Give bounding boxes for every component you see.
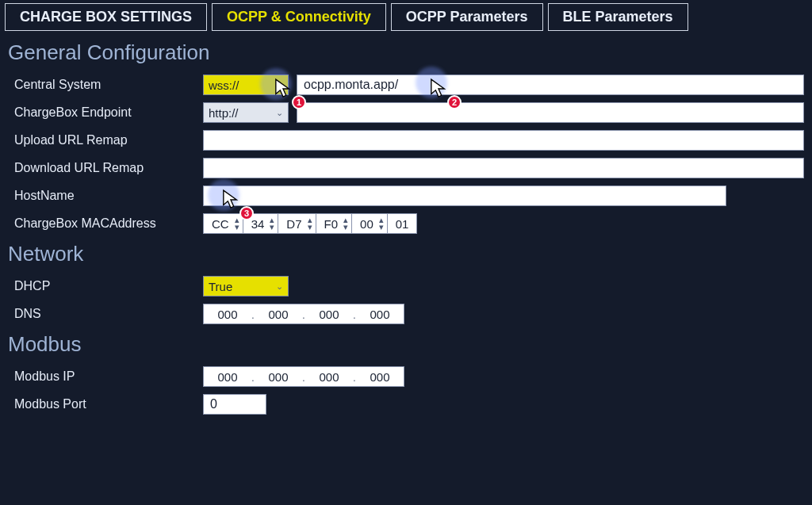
label-modbus-port: Modbus Port xyxy=(8,397,203,411)
label-dns: DNS xyxy=(8,307,203,321)
tab-charge-box-settings[interactable]: CHARGE BOX SETTINGS xyxy=(5,3,207,31)
tab-ble-parameters[interactable]: BLE Parameters xyxy=(548,3,688,31)
label-central-system: Central System xyxy=(8,78,203,92)
label-chargebox-endpoint: ChargeBox Endpoint xyxy=(8,105,203,120)
chargebox-endpoint-url-input[interactable] xyxy=(297,102,804,123)
row-modbus-port: Modbus Port xyxy=(8,392,804,416)
hostname-input[interactable] xyxy=(203,186,726,206)
label-download-url-remap: Download URL Remap xyxy=(8,161,203,175)
chargebox-endpoint-scheme-value: http:// xyxy=(209,106,239,120)
chargebox-endpoint-scheme-select[interactable]: http:// ⌄ xyxy=(203,102,289,123)
row-modbus-ip: Modbus IP 000. 000. 000. 000 xyxy=(8,365,804,388)
upload-url-remap-input[interactable] xyxy=(203,130,804,151)
label-dhcp: DHCP xyxy=(8,279,203,293)
tab-ocpp-parameters[interactable]: OCPP Parameters xyxy=(391,3,543,31)
mac-octet-4[interactable]: 00▴▾ xyxy=(352,213,388,234)
row-mac-address: ChargeBox MACAddress CC▴▾ 34▴▾ D7▴▾ F0▴▾… xyxy=(8,212,804,235)
row-dhcp: DHCP True ⌄ xyxy=(8,274,804,298)
label-hostname: HostName xyxy=(8,189,203,203)
mac-octet-2[interactable]: D7▴▾ xyxy=(278,213,316,234)
mac-octet-5[interactable]: 01 xyxy=(388,213,418,234)
chevron-down-icon: ⌄ xyxy=(276,281,283,292)
row-dns: DNS 000. 000. 000. 000 xyxy=(8,302,804,326)
mac-octet-3[interactable]: F0▴▾ xyxy=(316,213,353,234)
dhcp-select[interactable]: True ⌄ xyxy=(203,276,289,296)
download-url-remap-input[interactable] xyxy=(203,158,804,178)
row-upload-url-remap: Upload URL Remap xyxy=(8,128,804,152)
row-chargebox-endpoint: ChargeBox Endpoint http:// ⌄ xyxy=(8,101,804,124)
label-upload-url-remap: Upload URL Remap xyxy=(8,133,203,147)
row-hostname: HostName 3 xyxy=(8,184,804,208)
dns-input[interactable]: 000. 000. 000. 000 xyxy=(203,304,404,324)
section-title-network: Network xyxy=(8,242,804,266)
dhcp-value: True xyxy=(209,280,232,293)
chevron-down-icon: ⌄ xyxy=(276,80,283,90)
central-system-scheme-select[interactable]: wss:// ⌄ xyxy=(203,75,289,95)
mac-octet-0[interactable]: CC▴▾ xyxy=(203,213,243,234)
row-central-system: Central System wss:// ⌄ 1 2 xyxy=(8,73,804,97)
central-system-scheme-value: wss:// xyxy=(209,78,239,92)
tab-ocpp-connectivity[interactable]: OCPP & Connectivity xyxy=(212,3,386,31)
row-download-url-remap: Download URL Remap xyxy=(8,156,804,180)
section-title-general: General Configuration xyxy=(8,40,804,65)
tab-bar: CHARGE BOX SETTINGS OCPP & Connectivity … xyxy=(0,0,812,31)
mac-octet-1[interactable]: 34▴▾ xyxy=(243,213,279,234)
central-system-url-input[interactable] xyxy=(297,75,804,95)
chevron-down-icon: ⌄ xyxy=(276,108,283,118)
modbus-ip-input[interactable]: 000. 000. 000. 000 xyxy=(203,366,404,387)
label-mac-address: ChargeBox MACAddress xyxy=(8,216,203,231)
section-title-modbus: Modbus xyxy=(8,332,804,357)
label-modbus-ip: Modbus IP xyxy=(8,369,203,384)
modbus-port-input[interactable] xyxy=(203,394,266,415)
